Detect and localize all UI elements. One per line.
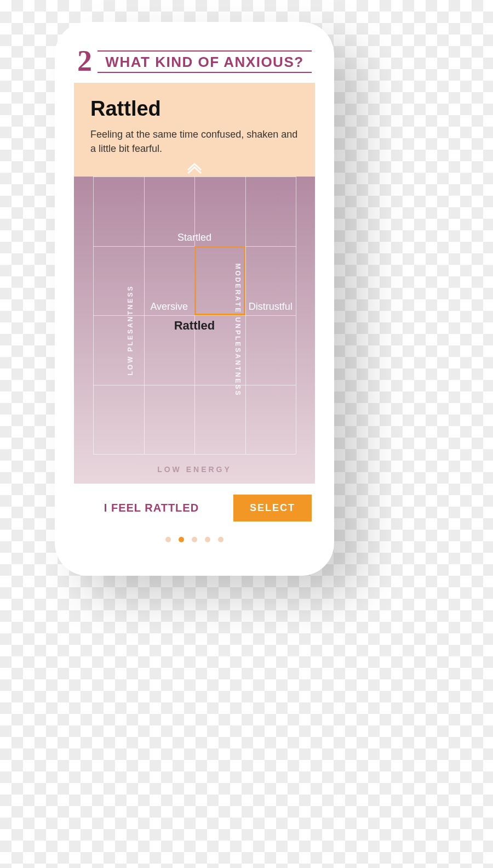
emotion-name: Rattled [90,97,299,121]
pager-dot[interactable] [218,537,223,542]
pager-dot[interactable] [192,537,197,542]
emotion-grid[interactable]: LOW PLESANTNESS MODERATE UNPLESANTNESS L… [74,177,315,484]
collapse-chevrons-icon[interactable] [187,168,202,174]
axis-left-label: LOW PLESANTNESS [127,285,134,376]
feel-statement: I FEEL RATTLED [77,502,226,514]
step-header: 2 WHAT KIND OF ANXIOUS? [74,49,315,77]
pager-dots [74,525,315,542]
neighbor-left-label: Aversive [150,301,188,313]
pager-dot[interactable] [179,537,184,542]
axis-bottom-label: LOW ENERGY [74,465,315,474]
axis-right-label: MODERATE UNPLESANTNESS [233,264,241,397]
emotion-card: Rattled Feeling at the same time confuse… [74,83,315,177]
emotion-description: Feeling at the same time confused, shake… [90,127,299,156]
neighbor-up-label: Startled [177,232,211,243]
selected-cell-label: Rattled [174,319,215,333]
pager-dot[interactable] [165,537,171,542]
phone-frame: 2 WHAT KIND OF ANXIOUS? Rattled Feeling … [55,22,334,576]
step-number: 2 [77,49,92,73]
pager-dot[interactable] [205,537,210,542]
neighbor-right-label: Distrustful [249,301,293,313]
footer-bar: I FEEL RATTLED SELECT [74,484,315,525]
step-title: WHAT KIND OF ANXIOUS? [98,50,312,73]
select-button[interactable]: SELECT [233,495,312,521]
